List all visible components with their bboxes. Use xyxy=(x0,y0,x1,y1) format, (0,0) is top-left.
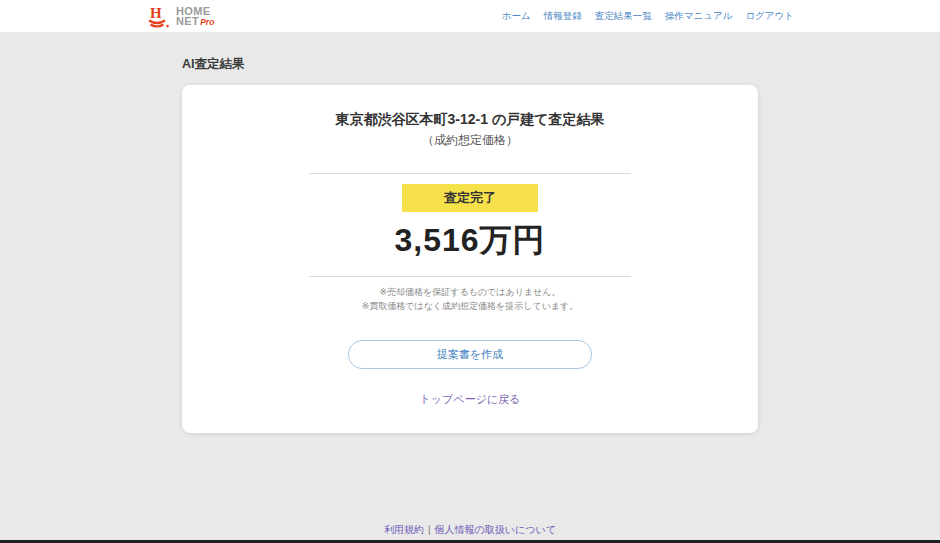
create-proposal-button[interactable]: 提案書を作成 xyxy=(348,340,592,369)
header-nav: ホーム 情報登録 査定結果一覧 操作マニュアル ログアウト xyxy=(502,10,794,23)
divider-bottom xyxy=(309,276,631,277)
appraisal-heading: 東京都渋谷区本町3-12-1 の戸建て査定結果 xyxy=(182,111,758,129)
appraisal-subheading: （成約想定価格） xyxy=(182,132,758,149)
nav-info-register-link[interactable]: 情報登録 xyxy=(544,10,582,23)
nav-appraisal-results-link[interactable]: 査定結果一覧 xyxy=(595,10,652,23)
page-footer: 利用規約|個人情報の取扱いについて xyxy=(0,523,940,537)
logo-pro-label: Pro xyxy=(200,18,214,26)
app-window: H HOME NETPro ホーム 情報登録 査定結果一覧 操作マニュアル ログ… xyxy=(0,0,940,543)
terms-link[interactable]: 利用規約 xyxy=(384,524,424,535)
page-title: AI査定結果 xyxy=(182,56,758,73)
top-header: H HOME NETPro ホーム 情報登録 査定結果一覧 操作マニュアル ログ… xyxy=(0,0,940,32)
main-content: AI査定結果 東京都渋谷区本町3-12-1 の戸建て査定結果 （成約想定価格） … xyxy=(182,56,758,433)
disclaimer-line-2: ※買取価格ではなく成約想定価格を提示しています。 xyxy=(182,300,758,314)
appraisal-result-card: 東京都渋谷区本町3-12-1 の戸建て査定結果 （成約想定価格） 査定完了 3,… xyxy=(182,85,758,433)
header-container: H HOME NETPro ホーム 情報登録 査定結果一覧 操作マニュアル ログ… xyxy=(146,4,794,28)
logo-wordmark: HOME NETPro xyxy=(176,6,214,27)
footer-separator: | xyxy=(428,524,431,535)
nav-manual-link[interactable]: 操作マニュアル xyxy=(665,10,733,23)
back-to-top-link[interactable]: トップページに戻る xyxy=(420,392,521,407)
logo-h-letter: H xyxy=(150,5,162,21)
status-badge: 査定完了 xyxy=(402,184,538,212)
nav-logout-link[interactable]: ログアウト xyxy=(745,10,794,23)
disclaimer-line-1: ※売却価格を保証するものではありません。 xyxy=(182,286,758,300)
logo-line-net: NET xyxy=(176,16,199,26)
disclaimer-notes: ※売却価格を保証するものではありません。 ※買取価格ではなく成約想定価格を提示し… xyxy=(182,286,758,313)
nav-home-link[interactable]: ホーム xyxy=(502,10,531,23)
privacy-link[interactable]: 個人情報の取扱いについて xyxy=(435,524,556,535)
homenet-h-icon: H xyxy=(146,4,172,28)
homenet-logo[interactable]: H HOME NETPro xyxy=(146,4,214,28)
appraisal-price: 3,516万円 xyxy=(182,219,758,263)
